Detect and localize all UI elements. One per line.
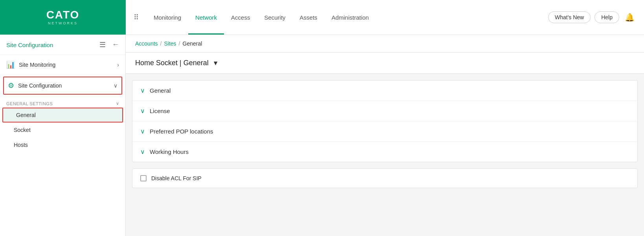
nav-right: What's New Help 🔔	[548, 11, 644, 24]
nav-item-assets[interactable]: Assets	[293, 0, 325, 35]
content-area: Accounts / Sites / General Home Socket |…	[126, 35, 644, 236]
section-chevron-down-icon[interactable]: ∨	[116, 101, 119, 106]
sidebar-title: Site Configuration	[6, 42, 53, 48]
disable-acl-section: Disable ACL For SIP	[132, 168, 638, 188]
sub-nav-item-general[interactable]: General	[2, 108, 123, 123]
breadcrumb-sep-2: /	[179, 40, 180, 47]
sidebar-config-label: Site Configuration	[18, 82, 62, 89]
logo-sub: NETWORKS	[46, 21, 80, 25]
nav-item-administration[interactable]: Administration	[325, 0, 376, 35]
section-preferred-pop-label: Preferred POP locations	[150, 128, 213, 135]
sidebar-nav-left-config: ⚙ Site Configuration	[8, 81, 62, 90]
sub-nav-item-socket[interactable]: Socket	[0, 123, 125, 137]
breadcrumb-sep-1: /	[160, 40, 162, 47]
breadcrumb: Accounts / Sites / General	[126, 35, 644, 53]
main-layout: Site Configuration ☰ ← 📊 Site Monitoring…	[0, 35, 644, 236]
sidebar-icons: ☰ ←	[99, 40, 119, 49]
chevron-down-icon: ∨	[114, 82, 117, 89]
chevron-working-hours-icon: ∨	[140, 148, 145, 156]
sub-nav-item-hosts[interactable]: Hosts	[0, 137, 125, 152]
sidebar-monitoring-label: Site Monitoring	[19, 62, 55, 68]
bell-icon[interactable]: 🔔	[623, 11, 636, 24]
section-working-hours-label: Working Hours	[150, 148, 189, 155]
nav-item-monitoring[interactable]: Monitoring	[147, 0, 188, 35]
section-row-preferred-pop[interactable]: ∨ Preferred POP locations	[132, 121, 637, 142]
page-dropdown-icon[interactable]: ▼	[213, 60, 219, 67]
page-header: Home Socket | General ▼	[126, 53, 644, 74]
sidebar-nav-left-monitoring: 📊 Site Monitoring	[6, 60, 55, 69]
chevron-license-icon: ∨	[140, 107, 145, 115]
logo-area: CATO NETWORKS	[0, 0, 126, 35]
chevron-general-icon: ∨	[140, 87, 145, 94]
whats-new-button[interactable]: What's New	[548, 11, 591, 23]
hamburger-icon[interactable]: ☰	[99, 40, 106, 49]
breadcrumb-current: General	[183, 40, 202, 47]
breadcrumb-sites[interactable]: Sites	[164, 40, 176, 47]
sidebar-header: Site Configuration ☰ ←	[0, 35, 125, 55]
general-settings-label: GENERAL SETTINGS ∨	[0, 96, 125, 108]
chevron-preferred-pop-icon: ∨	[140, 128, 145, 135]
logo-text: CATO	[46, 9, 80, 20]
section-row-license[interactable]: ∨ License	[132, 101, 637, 121]
sidebar-item-site-configuration[interactable]: ⚙ Site Configuration ∨	[3, 77, 122, 95]
gear-icon: ⚙	[8, 81, 14, 90]
section-row-working-hours[interactable]: ∨ Working Hours	[132, 142, 637, 162]
nav-item-access[interactable]: Access	[224, 0, 257, 35]
page-title: Home Socket | General	[135, 59, 209, 67]
nav-item-network[interactable]: Network	[188, 0, 224, 35]
disable-acl-checkbox[interactable]	[140, 175, 147, 181]
nav-item-security[interactable]: Security	[257, 0, 292, 35]
disable-acl-row: Disable ACL For SIP	[132, 169, 637, 188]
sidebar-item-site-monitoring[interactable]: 📊 Site Monitoring ›	[0, 55, 125, 75]
sidebar: Site Configuration ☰ ← 📊 Site Monitoring…	[0, 35, 126, 236]
top-nav: CATO NETWORKS ⠿ Monitoring Network Acces…	[0, 0, 644, 35]
back-icon[interactable]: ←	[112, 40, 119, 49]
section-license-label: License	[150, 108, 170, 114]
bar-chart-icon: 📊	[6, 60, 15, 69]
grid-icon[interactable]: ⠿	[134, 13, 139, 22]
sections-list: ∨ General ∨ License ∨ Preferred POP loca…	[132, 80, 638, 162]
chevron-right-icon: ›	[117, 62, 119, 68]
breadcrumb-accounts[interactable]: Accounts	[135, 40, 158, 47]
section-general-label: General	[150, 87, 171, 94]
disable-acl-label: Disable ACL For SIP	[151, 175, 202, 181]
nav-items: ⠿ Monitoring Network Access Security Ass…	[126, 0, 548, 35]
help-button[interactable]: Help	[594, 11, 619, 23]
section-row-general[interactable]: ∨ General	[132, 80, 637, 101]
